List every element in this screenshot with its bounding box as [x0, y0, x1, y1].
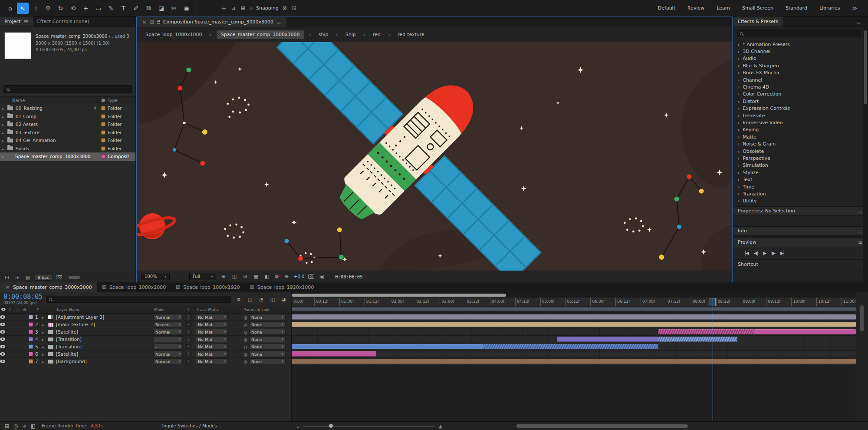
- color-depth-button[interactable]: 8 bpc: [35, 274, 52, 281]
- chevron-right-icon[interactable]: [737, 119, 743, 126]
- breadcrumb-item[interactable]: ship: [316, 30, 331, 39]
- play-button[interactable]: ▶: [763, 251, 766, 255]
- work-area-bar[interactable]: [292, 307, 856, 311]
- breadcrumb-item[interactable]: red: [370, 30, 383, 39]
- layer-visibility-toggle[interactable]: [0, 323, 8, 326]
- layer-row[interactable]: 3 [Satellite] Normal No Mat None: [0, 328, 291, 336]
- draft-3d-icon[interactable]: ◳: [246, 296, 254, 303]
- chevron-right-icon[interactable]: [737, 134, 743, 140]
- snapshot-icon[interactable]: [308, 275, 314, 279]
- effect-category[interactable]: Audio: [733, 55, 868, 62]
- timeline-search[interactable]: [46, 296, 231, 303]
- effect-category[interactable]: Generate: [733, 112, 868, 119]
- layer-duration-bar[interactable]: [557, 337, 658, 342]
- layer-label-cell[interactable]: [29, 337, 35, 341]
- layer-visibility-toggle[interactable]: [0, 345, 8, 348]
- mask-visibility-icon[interactable]: ◫: [231, 273, 238, 280]
- workspace-button[interactable]: Review: [687, 5, 704, 11]
- layer-t-checkbox[interactable]: [186, 330, 191, 334]
- effect-category[interactable]: Time: [733, 183, 868, 190]
- timeline-tab[interactable]: Space_loop_1920x1080: [245, 282, 319, 292]
- effect-category[interactable]: Stylize: [733, 169, 868, 176]
- project-search-input[interactable]: [12, 86, 129, 92]
- close-icon[interactable]: [142, 19, 147, 25]
- layer-label-cell[interactable]: [29, 330, 35, 334]
- composition-viewport[interactable]: [137, 42, 732, 271]
- panel-menu-icon[interactable]: [24, 18, 29, 25]
- flowchart-icon[interactable]: ⊞: [3, 423, 10, 430]
- delete-icon[interactable]: ⌧: [56, 274, 62, 281]
- layer-row[interactable]: 5 [Transition] - No Mat None: [0, 343, 291, 351]
- effect-category[interactable]: Cinema 4D: [733, 83, 868, 90]
- snap-edges-icon[interactable]: ⊠: [281, 5, 288, 12]
- zoom-slider-track[interactable]: [303, 426, 435, 427]
- new-folder-icon[interactable]: ⊞: [14, 274, 21, 281]
- layer-duration-bar[interactable]: [292, 359, 856, 364]
- effect-category[interactable]: Keying: [733, 126, 868, 133]
- layer-name[interactable]: [Transition]: [56, 344, 153, 349]
- current-timecode[interactable]: 0:00:08:05: [3, 294, 43, 301]
- lock-icon[interactable]: [157, 21, 160, 24]
- effect-category[interactable]: Simulation: [733, 162, 868, 169]
- last-frame-button[interactable]: ▶|: [780, 251, 784, 255]
- chevron-right-icon[interactable]: [737, 41, 743, 48]
- expand-chevron-icon[interactable]: [2, 154, 7, 159]
- puppet-pin-tool-icon[interactable]: ◉: [181, 3, 192, 14]
- chevron-right-icon[interactable]: [737, 69, 743, 76]
- chevron-right-icon[interactable]: [737, 55, 743, 62]
- layer-label-cell[interactable]: [29, 322, 35, 327]
- workspace-button[interactable]: Default: [658, 5, 675, 11]
- properties-panel-header[interactable]: Properties: No Selection: [733, 206, 868, 216]
- mini-flowchart-icon[interactable]: ⧉: [235, 296, 243, 303]
- layer-mode-select[interactable]: Normal: [153, 329, 183, 335]
- cti[interactable]: [713, 298, 713, 421]
- panel-menu-icon[interactable]: [858, 228, 863, 234]
- magnification-select[interactable]: 100%: [141, 273, 170, 280]
- hide-shy-layers-icon[interactable]: ◔: [257, 296, 265, 303]
- layer-label-cell[interactable]: [29, 315, 35, 319]
- layer-matte-select[interactable]: No Mat: [196, 351, 228, 357]
- clone-stamp-tool-icon[interactable]: ⧉: [143, 3, 155, 14]
- layer-color-swatch[interactable]: [29, 352, 33, 356]
- pickwhip-icon[interactable]: [243, 322, 247, 327]
- layer-row[interactable]: 2 [main_texture_2] Screen No Mat None: [0, 321, 291, 328]
- vertical-scrollbar-thumb[interactable]: [860, 305, 864, 331]
- resolution-select[interactable]: Full: [189, 273, 216, 280]
- expand-chevron-icon[interactable]: [2, 138, 7, 143]
- layer-duration-bar[interactable]: [658, 329, 754, 334]
- scrollbar[interactable]: [863, 17, 868, 282]
- layer-duration-bar[interactable]: [292, 351, 376, 357]
- chevron-right-icon[interactable]: [737, 48, 743, 55]
- column-type[interactable]: Type: [99, 98, 135, 103]
- pen-tool-icon[interactable]: ✎: [105, 3, 117, 14]
- layer-t-checkbox[interactable]: [186, 322, 191, 327]
- effect-category[interactable]: Immersive Video: [733, 119, 868, 126]
- chevron-right-icon[interactable]: [737, 148, 743, 155]
- layer-matte-select[interactable]: No Mat: [196, 321, 228, 327]
- snapping-checkbox[interactable]: [249, 6, 253, 10]
- chevron-right-icon[interactable]: [737, 98, 743, 105]
- pan-behind-tool-icon[interactable]: +: [80, 3, 92, 14]
- previous-frame-button[interactable]: ◀|: [754, 251, 758, 255]
- layer-duration-bar[interactable]: [292, 314, 856, 320]
- timeline-search-input[interactable]: [54, 297, 228, 302]
- channel-icon[interactable]: [274, 274, 279, 279]
- effects-search[interactable]: [737, 30, 861, 37]
- layer-mode-select[interactable]: Normal: [153, 358, 183, 364]
- scrollbar-thumb[interactable]: [864, 30, 867, 104]
- layer-t-checkbox[interactable]: [186, 337, 191, 341]
- zoom-in-icon[interactable]: [439, 424, 442, 429]
- project-row[interactable]: 01-Comp Folder: [0, 112, 135, 121]
- transparency-grid-icon[interactable]: ▦: [253, 273, 260, 280]
- parent-column-label[interactable]: Parent & Link: [243, 308, 291, 312]
- layer-mode-select[interactable]: Normal: [153, 314, 183, 320]
- view-layout-icon[interactable]: ◧: [263, 273, 270, 280]
- breadcrumb-item[interactable]: Ship: [343, 30, 358, 39]
- layer-row[interactable]: 6 [Satellite] Normal No Mat None: [0, 351, 291, 358]
- layer-label-cell[interactable]: [29, 344, 35, 349]
- workspace-button[interactable]: Small Screen: [742, 5, 773, 11]
- layer-matte-select[interactable]: No Mat: [196, 314, 228, 320]
- layer-matte-select[interactable]: No Mat: [196, 344, 228, 350]
- horizontal-scrollbar[interactable]: [516, 424, 688, 428]
- layer-parent-select[interactable]: None: [249, 321, 286, 327]
